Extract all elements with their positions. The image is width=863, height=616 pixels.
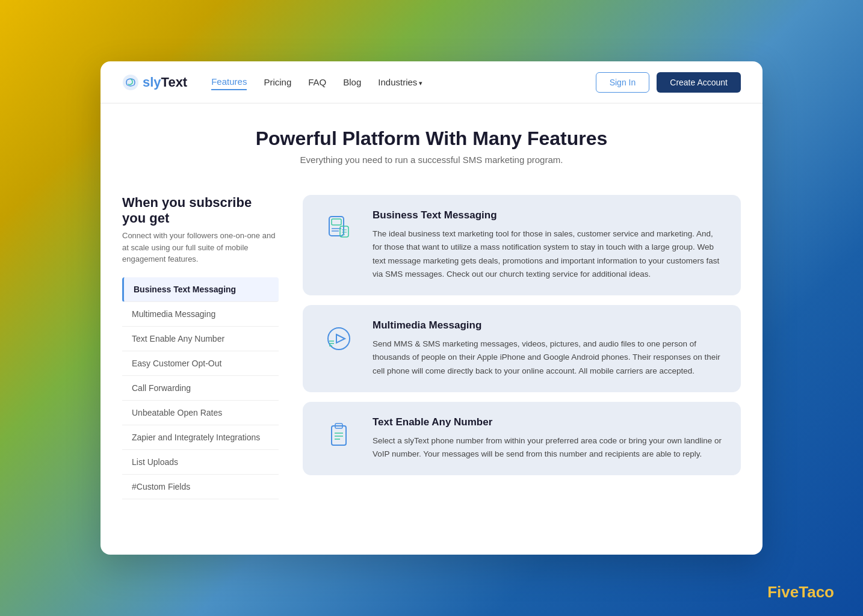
watermark: FiveTaco — [767, 583, 834, 602]
main-card: slyslyTextText Features Pricing FAQ Blog… — [101, 61, 762, 555]
feature-card-text-enable: Text Enable Any Number Select a slyText … — [303, 402, 741, 476]
nav-links: Features Pricing FAQ Blog Industries — [211, 74, 576, 90]
business-text-desc: The ideal business text marketing tool f… — [373, 227, 724, 281]
sidebar-item-list-uploads[interactable]: List Uploads — [122, 450, 279, 475]
sms-icon — [323, 213, 354, 244]
business-text-icon-wrap — [320, 209, 358, 248]
logo-text: slyslyTextText — [143, 75, 187, 90]
sidebar: When you subscribe you get Connect with … — [122, 195, 279, 537]
navbar: slyslyTextText Features Pricing FAQ Blog… — [101, 61, 762, 103]
multimedia-icon-wrap — [320, 319, 358, 358]
sidebar-item-open-rates[interactable]: Unbeatable Open Rates — [122, 401, 279, 425]
svg-rect-14 — [332, 426, 346, 445]
sidebar-title: When you subscribe you get — [122, 195, 279, 226]
sidebar-subtitle: Connect with your followers one-on-one a… — [122, 230, 279, 265]
business-text-title: Business Text Messaging — [373, 209, 724, 221]
feature-card-business-text: Business Text Messaging The ideal busine… — [303, 195, 741, 295]
feature-card-multimedia: Multimedia Messaging Send MMS & SMS mark… — [303, 305, 741, 392]
logo: slyslyTextText — [122, 74, 187, 91]
clipboard-icon — [323, 420, 354, 451]
sidebar-item-zapier[interactable]: Zapier and Integrately Integrations — [122, 425, 279, 450]
watermark-part1: Five — [767, 583, 799, 601]
svg-marker-10 — [336, 334, 345, 343]
play-icon — [323, 323, 354, 354]
signin-button[interactable]: Sign In — [596, 72, 650, 93]
svg-rect-2 — [332, 219, 341, 225]
sidebar-items: Business Text Messaging Multimedia Messa… — [122, 277, 279, 499]
text-enable-icon-wrap — [320, 416, 358, 455]
nav-features[interactable]: Features — [211, 74, 247, 90]
hero-subtitle: Everything you need to run a successful … — [113, 155, 750, 165]
watermark-part2: Taco — [799, 583, 834, 601]
multimedia-content: Multimedia Messaging Send MMS & SMS mark… — [373, 319, 724, 378]
sidebar-item-multimedia[interactable]: Multimedia Messaging — [122, 302, 279, 327]
business-text-content: Business Text Messaging The ideal busine… — [373, 209, 724, 281]
nav-faq[interactable]: FAQ — [308, 75, 326, 90]
feature-cards: Business Text Messaging The ideal busine… — [303, 195, 741, 537]
sidebar-item-opt-out[interactable]: Easy Customer Opt-Out — [122, 351, 279, 376]
nav-industries[interactable]: Industries — [378, 75, 422, 90]
hero-title: Powerful Platform With Many Features — [113, 128, 750, 150]
sidebar-item-business-text[interactable]: Business Text Messaging — [122, 277, 279, 302]
content-area: When you subscribe you get Connect with … — [101, 183, 762, 555]
create-account-button[interactable]: Create Account — [657, 72, 741, 93]
sidebar-item-call-forwarding[interactable]: Call Forwarding — [122, 376, 279, 401]
text-enable-desc: Select a slyText phone number from withi… — [373, 434, 724, 461]
text-enable-title: Text Enable Any Number — [373, 416, 724, 428]
multimedia-title: Multimedia Messaging — [373, 319, 724, 331]
nav-pricing[interactable]: Pricing — [264, 75, 291, 90]
nav-actions: Sign In Create Account — [596, 72, 741, 93]
sidebar-item-custom-fields[interactable]: #Custom Fields — [122, 475, 279, 499]
logo-icon — [122, 74, 139, 91]
sidebar-item-text-enable[interactable]: Text Enable Any Number — [122, 327, 279, 351]
multimedia-desc: Send MMS & SMS marketing messages, video… — [373, 337, 724, 378]
hero-section: Powerful Platform With Many Features Eve… — [101, 103, 762, 183]
nav-blog[interactable]: Blog — [343, 75, 361, 90]
svg-point-0 — [123, 75, 138, 90]
text-enable-content: Text Enable Any Number Select a slyText … — [373, 416, 724, 461]
